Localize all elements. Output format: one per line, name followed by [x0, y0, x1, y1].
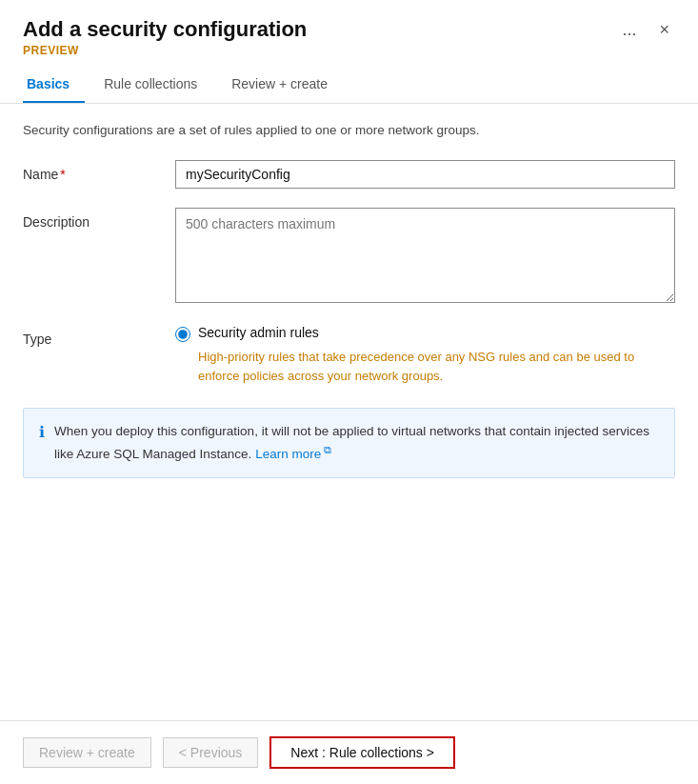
tab-review-create[interactable]: Review + create — [228, 67, 343, 103]
review-create-button[interactable]: Review + create — [23, 737, 151, 768]
learn-more-link[interactable]: Learn more ⧉ — [255, 447, 331, 461]
preview-label: PREVIEW — [23, 44, 675, 57]
name-label: Name* — [23, 160, 175, 182]
security-admin-radio[interactable] — [175, 327, 190, 342]
type-label: Type — [23, 325, 175, 347]
external-link-icon: ⧉ — [321, 443, 331, 454]
panel-body: Security configurations are a set of rul… — [0, 104, 698, 720]
title-actions: ... × — [616, 18, 675, 42]
panel-footer: Review + create < Previous Next : Rule c… — [0, 720, 698, 784]
panel-header: Add a security configuration ... × PREVI… — [0, 0, 698, 104]
name-input[interactable] — [175, 160, 675, 189]
description-textarea[interactable] — [175, 208, 675, 303]
tabs: Basics Rule collections Review + create — [23, 67, 675, 103]
panel: Add a security configuration ... × PREVI… — [0, 0, 698, 784]
name-control-wrap — [175, 160, 675, 189]
info-text: When you deploy this configuration, it w… — [54, 422, 659, 464]
tab-rule-collections[interactable]: Rule collections — [100, 67, 212, 103]
panel-title: Add a security configuration — [23, 17, 307, 42]
name-row: Name* — [23, 160, 675, 189]
next-button[interactable]: Next : Rule collections > — [269, 736, 455, 769]
previous-button[interactable]: < Previous — [163, 737, 259, 768]
type-row: Type Security admin rules High-priority … — [23, 325, 675, 385]
description-row: Description — [23, 208, 675, 306]
ellipsis-button[interactable]: ... — [616, 18, 642, 42]
info-icon: ℹ — [39, 423, 45, 441]
tab-basics[interactable]: Basics — [23, 67, 85, 103]
type-control-wrap: Security admin rules High-priority rules… — [175, 325, 675, 385]
close-button[interactable]: × — [653, 18, 675, 42]
form-description: Security configurations are a set of rul… — [23, 123, 675, 137]
radio-label[interactable]: Security admin rules — [198, 325, 319, 340]
radio-row: Security admin rules — [175, 325, 675, 342]
info-box: ℹ When you deploy this configuration, it… — [23, 408, 675, 478]
radio-description: High-priority rules that take precedence… — [198, 348, 675, 385]
title-row: Add a security configuration ... × — [23, 17, 675, 42]
description-label: Description — [23, 208, 175, 230]
required-star: * — [60, 167, 65, 182]
description-control-wrap — [175, 208, 675, 306]
